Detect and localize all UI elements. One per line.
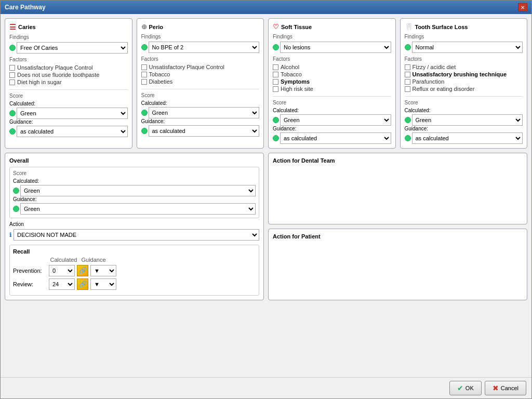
list-item: Unsatisfactory Plaque Control <box>141 64 260 70</box>
list-item: High risk site <box>273 86 391 92</box>
tooth-guidance-row: as calculated <box>405 132 523 144</box>
caries-guidance-row: as calculated <box>9 126 128 137</box>
caries-factor-2-check[interactable] <box>9 72 15 78</box>
list-item: Diabeties <box>141 78 260 85</box>
list-item: Alcohol <box>273 64 391 70</box>
soft-factor-1-check[interactable] <box>273 64 278 70</box>
review-link-icon[interactable]: 🔗 <box>77 278 88 290</box>
perio-findings-row: No BPE of 2 <box>141 42 260 53</box>
footer: ✔ OK ✖ Cancel <box>1 377 531 398</box>
caries-findings-label: Findings <box>9 34 128 40</box>
soft-tissue-guidance-label: Guidance: <box>273 126 391 131</box>
caries-factor-3-check[interactable] <box>9 79 15 85</box>
prevention-link-icon[interactable]: 🔗 <box>77 265 88 276</box>
tooth-surface-title: 🦷 Tooth Surface Loss <box>405 23 523 31</box>
perio-findings-dot <box>141 44 148 50</box>
recall-guidance-header: Guidance <box>78 257 109 263</box>
recall-calc-header: Calculated <box>49 257 78 263</box>
perio-guidance-select[interactable]: as calculated <box>149 125 260 137</box>
soft-tissue-panel: ♡ Soft Tissue Findings No lesions Factor… <box>268 18 396 149</box>
title-bar-buttons: ✕ <box>518 3 527 11</box>
soft-factor-3-label: Symptoms <box>281 78 310 85</box>
perio-guidance-label: Guidance: <box>141 118 260 124</box>
soft-tissue-guidance-row: as calculated <box>273 132 391 144</box>
action-select[interactable]: DECISION NOT MADE <box>14 229 259 241</box>
recall-title: Recall <box>13 248 256 255</box>
soft-tissue-calc-select[interactable]: Green <box>280 114 391 126</box>
soft-tissue-findings-dot <box>273 44 279 50</box>
caries-panel: ☰ Caries Findings Free Of Caries Factors… <box>5 18 132 149</box>
bottom-area: Overall Score Calculated: Green Guidance… <box>5 153 527 300</box>
action-section: Action ℹ DECISION NOT MADE <box>9 221 259 241</box>
perio-calc-label: Calculated: <box>141 100 260 106</box>
tooth-guidance-label: Guidance: <box>405 126 523 131</box>
caries-factors: Unsatisfactory Plaque Control Does not u… <box>9 64 128 85</box>
tooth-factor-4-label: Reflux or eating disorder <box>413 86 475 92</box>
overall-calc-select[interactable]: Green <box>20 185 256 196</box>
tooth-factor-2-check[interactable] <box>405 72 410 77</box>
perio-score-title: Score <box>141 92 260 98</box>
close-button[interactable]: ✕ <box>518 3 527 11</box>
perio-factor-2-check[interactable] <box>141 72 147 77</box>
tooth-findings-label: Findings <box>405 34 523 39</box>
ok-label: OK <box>466 385 474 391</box>
review-calc-select[interactable]: 24 <box>49 278 75 290</box>
soft-tissue-factors: Alcohol Tobacco Symptoms High risk site <box>273 64 391 92</box>
ok-button[interactable]: ✔ OK <box>449 381 482 395</box>
list-item: Tobacco <box>141 71 260 77</box>
tooth-surface-panel: 🦷 Tooth Surface Loss Findings Normal Fac… <box>400 18 528 149</box>
caries-findings-select[interactable]: Free Of Caries <box>17 42 128 54</box>
list-item: Does not use fluoride toothpaste <box>9 72 128 78</box>
soft-factor-2-label: Tobacco <box>281 71 302 77</box>
main-window: Care Pathway ✕ ☰ Caries Findings Free Of… <box>0 0 532 399</box>
overall-guidance-row: Green <box>13 203 256 215</box>
tooth-factor-1-label: Fizzy / acidic diet <box>413 64 456 70</box>
caries-guidance-select[interactable]: as calculated <box>17 126 128 137</box>
perio-findings-select[interactable]: No BPE of 2 <box>149 42 260 53</box>
prevention-calc-select[interactable]: 0 <box>49 265 75 276</box>
prevention-guidance-select[interactable]: ▼ <box>90 265 116 276</box>
perio-calc-dot <box>141 110 148 116</box>
perio-calc-select[interactable]: Green <box>149 107 260 118</box>
perio-factor-3-check[interactable] <box>141 79 147 85</box>
soft-factor-4-label: High risk site <box>281 86 313 92</box>
tooth-calc-select[interactable]: Green <box>412 114 523 126</box>
caries-findings-dot <box>9 45 16 51</box>
tooth-calc-dot <box>405 117 411 123</box>
soft-tissue-calc-label: Calculated: <box>273 108 391 113</box>
soft-tissue-title: ♡ Soft Tissue <box>273 23 391 31</box>
caries-factor-1-check[interactable] <box>9 65 15 71</box>
list-item: Tobacco <box>273 71 391 77</box>
soft-factor-4-check[interactable] <box>273 86 278 92</box>
tooth-factor-3-check[interactable] <box>405 79 410 85</box>
ok-icon: ✔ <box>457 384 463 392</box>
tooth-factor-1-check[interactable] <box>405 64 410 70</box>
soft-tissue-findings-select[interactable]: No lesions <box>280 42 391 53</box>
tooth-guidance-select[interactable]: as calculated <box>412 132 523 144</box>
action-row: ℹ DECISION NOT MADE <box>9 229 259 241</box>
soft-factor-2-check[interactable] <box>273 72 278 77</box>
review-guidance-select[interactable]: ▼ <box>90 278 116 290</box>
caries-calc-select[interactable]: Green <box>17 108 128 119</box>
tooth-findings-select[interactable]: Normal <box>412 42 523 53</box>
caries-calc-row: Green <box>9 108 128 119</box>
overall-guidance-label: Guidance: <box>13 196 256 202</box>
cancel-button[interactable]: ✖ Cancel <box>485 381 526 395</box>
tooth-factor-2-label: Unsatisfactory brushing technique <box>413 71 507 77</box>
prevention-label: Prevention: <box>13 268 47 274</box>
recall-section: Recall Calculated Guidance Prevention: 0… <box>9 245 259 296</box>
overall-guidance-select[interactable]: Green <box>20 203 256 215</box>
action-dental-panel: Action for Dental Team <box>268 153 527 224</box>
list-item: Reflux or eating disorder <box>405 86 523 92</box>
perio-factor-1-check[interactable] <box>141 64 147 70</box>
tooth-findings-dot <box>405 44 411 50</box>
overall-calc-dot <box>13 188 19 194</box>
soft-factor-1-label: Alcohol <box>281 64 299 70</box>
perio-title: ⊕ Perio <box>141 23 260 31</box>
caries-guidance-label: Guidance: <box>9 119 128 125</box>
perio-factor-2-label: Tobacco <box>149 71 170 77</box>
perio-factor-1-label: Unsatisfactory Plaque Control <box>149 64 225 70</box>
soft-factor-3-check[interactable] <box>273 79 278 85</box>
tooth-factor-4-check[interactable] <box>405 86 410 92</box>
soft-tissue-guidance-select[interactable]: as calculated <box>280 132 391 144</box>
